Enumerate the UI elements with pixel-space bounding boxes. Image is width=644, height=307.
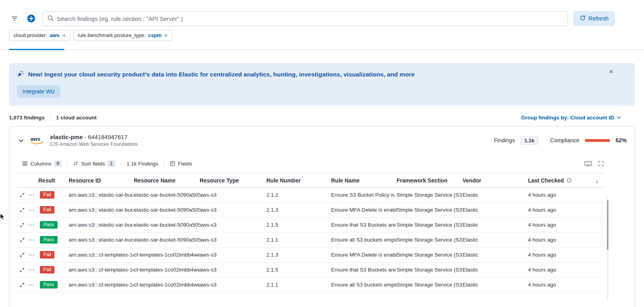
col-header-result[interactable]: Result (38, 177, 69, 184)
cell-vendor: Elastic (462, 252, 528, 258)
stats-row: 1,073 findings 1 cloud account Group fin… (9, 114, 635, 121)
fullscreen-icon[interactable] (598, 161, 604, 166)
cell-framework-section: Simple Storage Service (S3) (397, 267, 462, 273)
filter-value: aws (50, 32, 60, 38)
table-row: ⋯Failarn:aws:s3:::elastic-sar-buckelasti… (17, 188, 604, 203)
cell-last-checked: 4 hours ago (528, 237, 604, 243)
expand-row-icon[interactable] (20, 193, 24, 197)
table-row: ⋯Passarn:aws:s3:::elastic-sar-buckelasti… (17, 218, 604, 233)
filter-icon[interactable] (9, 12, 20, 25)
col-header-framework-section[interactable]: Framework Section (397, 177, 462, 184)
cell-resource-type: aws-s3 (200, 222, 266, 228)
result-badge: Fail (40, 206, 54, 214)
sort-fields-button[interactable]: Sort fields 1 (73, 160, 115, 167)
table-row: ⋯Passarn:aws:s3:::elastic-sar-buckelasti… (17, 233, 604, 247)
banner-message: New! Ingest your cloud security product'… (28, 71, 415, 78)
columns-button[interactable]: Columns 9 (22, 160, 62, 167)
cell-rule-number: 2.1.5 (266, 222, 331, 228)
divider (67, 160, 67, 167)
row-actions-icon[interactable]: ⋯ (28, 192, 35, 198)
keyboard-shortcuts-icon[interactable] (584, 161, 592, 166)
filter-field: cloud.provider: (13, 32, 47, 38)
expand-row-icon[interactable] (20, 283, 24, 287)
findings-table-body: ⋯Failarn:aws:s3:::elastic-sar-buckelasti… (17, 188, 604, 292)
group-findings-by-dropdown[interactable]: Group findings by: Cloud account ID (521, 115, 622, 121)
integrate-wiz-button[interactable]: Integrate Wiz (17, 85, 60, 98)
refresh-button[interactable]: Refresh (573, 11, 615, 26)
account-title: elastic-pme - 644184947617 CIS Amazon We… (50, 134, 138, 147)
row-actions-icon[interactable]: ⋯ (28, 237, 35, 243)
cell-resource-id: arn:aws:s3:::cf-templates-1c (69, 282, 134, 288)
cell-last-checked: 4 hours ago (528, 252, 604, 258)
expand-row-icon[interactable] (20, 253, 24, 257)
clock-icon (567, 178, 572, 183)
svg-text:aws: aws (30, 136, 40, 142)
search-bar: Refresh (9, 11, 615, 26)
divider (164, 160, 164, 167)
search-findings-box[interactable] (42, 11, 568, 26)
cell-resource-id: arn:aws:s3:::cf-templates-1c (69, 267, 134, 273)
col-header-last-checked[interactable]: Last Checked (528, 177, 604, 184)
expand-row-icon[interactable] (20, 238, 24, 242)
cell-last-checked: 4 hours ago (528, 207, 604, 213)
expand-row-icon[interactable] (20, 268, 24, 272)
cell-resource-id: arn:aws:s3:::elastic-sar-buck (69, 237, 134, 243)
result-badge: Pass (40, 221, 58, 229)
col-header-resource-name[interactable]: Resource Name (134, 177, 200, 184)
table-header-row: Result Resource ID Resource Name Resourc… (17, 173, 604, 188)
cell-vendor: Elastic (462, 267, 528, 273)
search-input[interactable] (57, 15, 563, 22)
sort-direction-icon[interactable]: ↓ (596, 177, 599, 184)
col-header-rule-number[interactable]: Rule Number (266, 177, 331, 184)
cell-framework-section: Simple Storage Service (S3) (397, 192, 462, 198)
scrollbar-thumb[interactable] (607, 200, 608, 250)
cell-rule-number: 2.1.1 (266, 282, 331, 288)
result-badge: Fail (40, 251, 54, 259)
expand-row-icon[interactable] (20, 208, 24, 212)
expand-row-icon[interactable] (20, 223, 24, 227)
row-actions-icon[interactable]: ⋯ (28, 267, 35, 273)
result-badge: Fail (40, 191, 54, 199)
col-header-rule-name[interactable]: Rule Name (331, 177, 397, 184)
remove-filter-icon[interactable]: × (62, 32, 66, 38)
cell-vendor: Elastic (462, 237, 528, 243)
fields-button[interactable]: Fields (170, 161, 192, 167)
table-row: ⋯Failarn:aws:s3:::elastic-sar-buckelasti… (17, 203, 604, 218)
chevron-down-icon (616, 115, 621, 120)
cell-resource-id: arn:aws:s3:::elastic-sar-buck (69, 207, 134, 213)
account-card-header: aws elastic-pme - 644184947617 CIS Amazo… (9, 127, 635, 152)
col-header-resource-id[interactable]: Resource ID (69, 177, 134, 184)
filter-pill-cloud-provider[interactable]: cloud.provider: aws × (9, 30, 70, 41)
cell-framework-section: Simple Storage Service (S3) (397, 252, 462, 258)
columns-count-badge: 9 (54, 160, 62, 167)
row-actions-icon[interactable]: ⋯ (28, 222, 35, 228)
cell-resource-id: arn:aws:s3:::elastic-sar-buck (69, 222, 134, 228)
row-actions-icon[interactable]: ⋯ (28, 252, 35, 258)
compliance-percentage: 62% (616, 137, 627, 143)
remove-filter-icon[interactable]: × (165, 32, 168, 38)
cell-resource-name: cf-templates-1co02imbb4we (134, 267, 200, 273)
table-scrollbar[interactable] (607, 197, 608, 300)
filter-pill-posture-type[interactable]: rule.benchmark.posture_type: cspm × (73, 30, 172, 41)
add-filter-icon[interactable] (26, 12, 37, 25)
cell-resource-type: aws-s3 (200, 192, 266, 198)
active-tab-indicator[interactable] (9, 49, 64, 50)
col-header-vendor[interactable]: Vendor (462, 177, 528, 184)
findings-page: Refresh cloud.provider: aws × rule.bench… (0, 11, 644, 307)
collapse-account-icon[interactable] (17, 137, 25, 144)
close-icon[interactable]: × (609, 68, 613, 75)
findings-label: Findings (494, 137, 515, 143)
cell-resource-type: aws-s3 (200, 237, 266, 243)
account-name[interactable]: elastic-pme (50, 134, 83, 140)
benchmark-name: CIS Amazon Web Services Foundations (50, 141, 138, 147)
tab-bar (0, 41, 644, 50)
row-actions-icon[interactable]: ⋯ (28, 282, 35, 288)
row-actions-icon[interactable]: ⋯ (28, 207, 35, 213)
announcement-icon (17, 70, 24, 79)
cell-rule-number: 2.1.1 (266, 237, 331, 243)
col-header-resource-type[interactable]: Resource Type (200, 177, 266, 184)
cell-rule-name: Ensure that S3 Buckets are c (331, 222, 397, 228)
table-row: ⋯Passarn:aws:s3:::cf-templates-1ccf-temp… (17, 277, 604, 292)
result-badge: Pass (40, 281, 58, 289)
cell-last-checked: 4 hours ago (528, 282, 604, 288)
